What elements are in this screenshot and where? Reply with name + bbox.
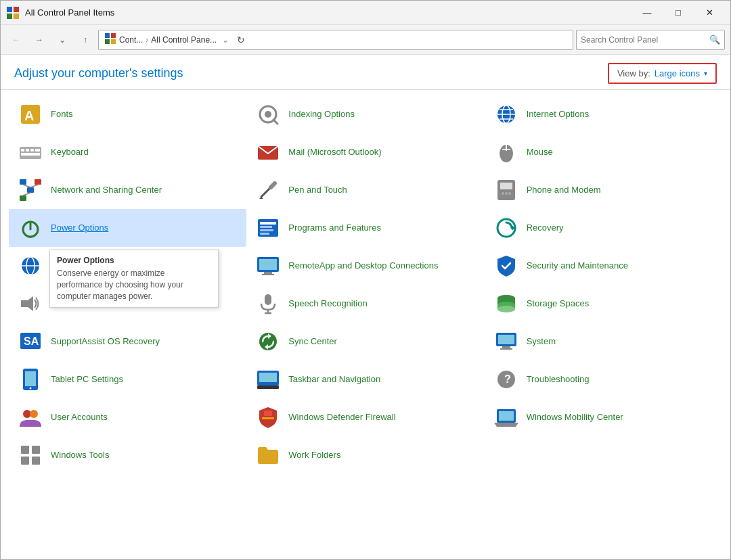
window-controls: — □ ✕ — [632, 2, 725, 24]
svg-rect-3 — [14, 14, 19, 19]
fonts-label: Fonts — [51, 109, 73, 120]
control-item-taskbar[interactable]: Taskbar and Navigation — [246, 360, 484, 398]
items-grid: AFontsIndexing OptionsInternet OptionsKe… — [9, 95, 722, 474]
remoteapp-label: RemoteApp and Desktop Connections — [288, 260, 438, 272]
address-part2: All Control Pane... — [151, 35, 217, 45]
programs-features-icon — [254, 214, 282, 241]
svg-rect-79 — [25, 371, 36, 386]
power-options-label: Power Options — [51, 223, 108, 234]
svg-line-34 — [23, 193, 30, 195]
navbar: ← → ⌄ ↑ Cont... › All Control Pane... ⌄ … — [1, 25, 730, 55]
control-item-sync-center[interactable]: Sync Center — [246, 323, 484, 360]
svg-rect-22 — [35, 149, 40, 151]
svg-line-32 — [23, 185, 30, 187]
up-button[interactable]: ↑ — [75, 30, 95, 50]
recovery-icon — [493, 214, 520, 241]
control-item-indexing-options[interactable]: Indexing Options — [246, 95, 484, 133]
control-item-windows-defender[interactable]: Windows Defender Firewall — [246, 398, 484, 436]
windows-mobility-icon — [493, 404, 520, 431]
refresh-button[interactable]: ↻ — [231, 30, 250, 49]
keyboard-label: Keyboard — [51, 147, 89, 158]
pen-touch-icon — [254, 177, 282, 204]
storage-spaces-icon — [493, 290, 520, 317]
control-item-tablet-pc[interactable]: Tablet PC Settings — [9, 360, 246, 398]
control-item-programs-features[interactable]: Programs and Features — [246, 209, 484, 247]
control-item-system[interactable]: System — [485, 323, 722, 360]
control-item-supportassist[interactable]: SASupportAssist OS Recovery — [9, 323, 246, 360]
control-item-power-options[interactable]: Power OptionsPower OptionsConserve energ… — [9, 209, 246, 247]
control-item-windows-tools[interactable]: Windows Tools — [9, 436, 246, 474]
svg-rect-91 — [499, 411, 514, 421]
control-item-windows-mobility[interactable]: Windows Mobility Center — [485, 398, 722, 436]
svg-line-12 — [273, 120, 278, 124]
power-options-icon — [17, 214, 44, 241]
page-title: Adjust your computer's settings — [14, 66, 183, 80]
control-item-storage-spaces[interactable]: Storage Spaces — [485, 285, 722, 323]
control-item-security-maintenance[interactable]: Security and Maintenance — [485, 247, 722, 285]
troubleshooting-label: Troubleshooting — [527, 374, 590, 386]
control-item-phone-modem[interactable]: Phone and Modem — [485, 171, 722, 209]
system-label: System — [527, 336, 556, 348]
network-icon — [17, 177, 44, 204]
svg-rect-77 — [500, 348, 512, 350]
control-item-troubleshooting[interactable]: ?Troubleshooting — [485, 360, 722, 398]
svg-rect-93 — [21, 446, 29, 454]
mail-icon — [254, 139, 282, 166]
svg-rect-83 — [259, 373, 277, 382]
items-container: AFontsIndexing OptionsInternet OptionsKe… — [1, 90, 730, 559]
windows-mobility-label: Windows Mobility Center — [527, 412, 623, 423]
phone-modem-icon — [493, 177, 520, 204]
mail-label: Mail (Microsoft Outlook) — [288, 147, 381, 158]
troubleshooting-icon: ? — [493, 366, 520, 393]
address-dropdown[interactable]: ⌄ — [222, 35, 229, 45]
svg-marker-92 — [494, 423, 518, 427]
control-item-work-folders[interactable]: Work Folders — [246, 436, 484, 474]
svg-text:?: ? — [504, 373, 511, 385]
indexing-options-label: Indexing Options — [288, 109, 355, 120]
forward-button[interactable]: → — [29, 30, 49, 50]
svg-rect-95 — [21, 457, 29, 465]
address-bar[interactable]: Cont... › All Control Pane... ⌄ ↻ — [98, 30, 573, 50]
dropdown-button[interactable]: ⌄ — [52, 30, 72, 50]
svg-rect-75 — [498, 335, 514, 344]
view-by-arrow-icon[interactable]: ▾ — [704, 70, 707, 77]
search-box[interactable]: 🔍 — [576, 30, 725, 50]
back-button[interactable]: ← — [6, 30, 26, 50]
control-item-internet-options[interactable]: Internet Options — [485, 95, 722, 133]
svg-rect-82 — [257, 386, 279, 389]
control-item-fonts[interactable]: AFonts — [9, 95, 246, 133]
view-by-control[interactable]: View by: Large icons ▾ — [608, 63, 717, 84]
view-by-value[interactable]: Large icons — [655, 68, 700, 78]
control-item-pen-touch[interactable]: Pen and Touch — [246, 171, 484, 209]
control-item-user-accounts[interactable]: User Accounts — [9, 398, 246, 436]
svg-rect-21 — [30, 149, 34, 151]
svg-rect-46 — [260, 222, 276, 225]
svg-rect-61 — [265, 294, 271, 305]
svg-rect-47 — [260, 226, 272, 228]
mouse-icon — [493, 139, 520, 166]
control-item-recovery[interactable]: Recovery — [485, 209, 722, 247]
maximize-button[interactable]: □ — [663, 2, 694, 24]
svg-rect-29 — [27, 187, 34, 193]
svg-point-41 — [505, 192, 508, 195]
windows-tools-label: Windows Tools — [51, 450, 109, 461]
taskbar-icon — [254, 366, 282, 393]
svg-rect-5 — [111, 33, 116, 38]
control-item-mail[interactable]: Mail (Microsoft Outlook) — [246, 133, 484, 171]
storage-spaces-label: Storage Spaces — [527, 298, 590, 310]
search-input[interactable] — [581, 35, 709, 45]
control-item-remoteapp[interactable]: RemoteApp and Desktop Connections — [246, 247, 484, 285]
minimize-button[interactable]: — — [632, 2, 663, 24]
control-item-speech-recognition[interactable]: Speech Recognition — [246, 285, 484, 323]
svg-rect-89 — [262, 417, 274, 419]
address-icon — [104, 32, 116, 47]
windows-tools-icon — [17, 442, 44, 469]
taskbar-label: Taskbar and Navigation — [288, 374, 380, 386]
system-icon — [493, 328, 520, 355]
svg-point-42 — [508, 192, 511, 195]
control-item-network[interactable]: Network and Sharing Center — [9, 171, 246, 209]
close-button[interactable]: ✕ — [694, 2, 725, 24]
control-item-mouse[interactable]: Mouse — [485, 133, 722, 171]
control-item-keyboard[interactable]: Keyboard — [9, 133, 246, 171]
address-part1: Cont... — [119, 35, 143, 45]
